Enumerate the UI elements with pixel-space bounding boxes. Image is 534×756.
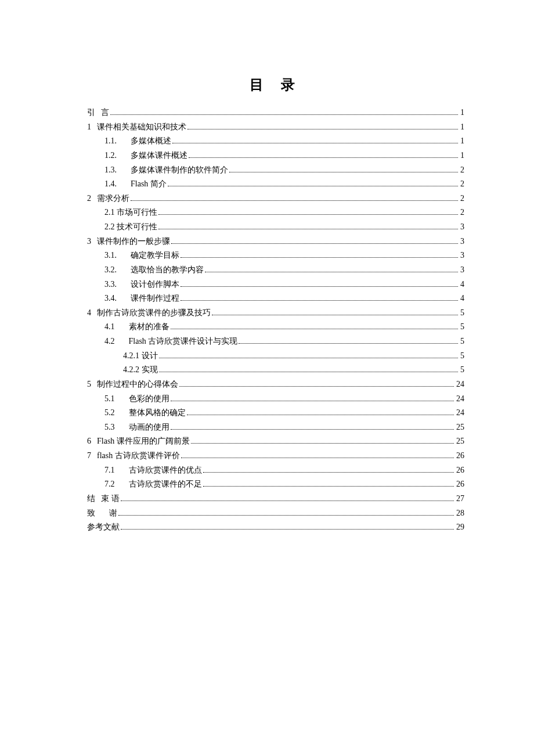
toc-title: 目 录: [87, 75, 464, 94]
document-page: 目 录 引言11课件相关基础知识和技术11.1.多媒体概述11.2.多媒体课件概…: [0, 0, 534, 756]
toc-entry-label: 色彩的使用: [129, 392, 169, 406]
toc-entry-page: 4: [460, 291, 464, 306]
toc-entry-number: 2: [87, 192, 91, 206]
toc-entry: 2.2 技术可行性3: [87, 220, 464, 235]
toc-entry-number: 7.1: [104, 463, 115, 478]
toc-entry-page: 3: [460, 220, 464, 235]
toc-entry: 3.4.课件制作过程4: [87, 291, 464, 306]
toc-entry-page: 2: [460, 206, 464, 220]
toc-entry-number: 5: [87, 377, 91, 392]
toc-entry-page: 1: [460, 106, 464, 120]
toc-entry-label: 整体风格的确定: [129, 406, 186, 420]
toc-entry: 5.1色彩的使用24: [87, 392, 464, 406]
toc-entry-number: 6: [87, 434, 91, 449]
toc-leader: [121, 501, 454, 501]
toc-entry-number: 7: [87, 449, 91, 463]
toc-entry: 7.2古诗欣赏课件的不足26: [87, 477, 464, 492]
toc-entry-label: 4.2.2 实现: [123, 363, 158, 377]
toc-entry-page: 2: [460, 192, 464, 206]
toc-entry-number: 4.1: [104, 320, 115, 334]
toc-entry-page: 26: [456, 463, 464, 478]
toc-entry-label: 制作过程中的心得体会: [97, 377, 178, 392]
toc-entry-label: 多媒体课件概述: [131, 149, 187, 163]
toc-leader: [189, 157, 458, 158]
toc-entry-page: 3: [460, 235, 464, 249]
toc-entry-page: 24: [456, 406, 464, 420]
toc-entry: 2需求分析2: [87, 192, 464, 206]
toc-entry-number: 5.2: [104, 406, 115, 420]
toc-leader: [187, 129, 458, 129]
toc-entry-page: 25: [456, 434, 464, 449]
toc-leader: [181, 458, 454, 458]
toc-entry-page: 29: [456, 520, 464, 535]
toc-entry-label: 4.2.1 设计: [123, 349, 158, 363]
toc-entry: 1.2.多媒体课件概述1: [87, 149, 464, 163]
toc-entry-label: 古诗欣赏课件的不足: [129, 477, 202, 492]
toc-entry-page: 27: [456, 492, 464, 506]
toc-leader: [187, 415, 454, 415]
toc-entry: 4.1素材的准备5: [87, 320, 464, 334]
toc-leader: [239, 343, 458, 344]
toc-entry: 1.1.多媒体概述1: [87, 134, 464, 149]
toc-entry-page: 26: [456, 449, 464, 463]
toc-entry-number: 3.2.: [104, 263, 117, 278]
toc-leader: [121, 529, 454, 530]
toc-entry-page: 3: [460, 249, 464, 263]
toc-entry-page: 26: [456, 477, 464, 492]
toc-entry: 3课件制作的一般步骤3: [87, 235, 464, 249]
toc-entry-label: 课件相关基础知识和技术: [97, 120, 186, 135]
toc-entry: 3.3.设计创作脚本4: [87, 278, 464, 292]
toc-entry-page: 1: [460, 120, 464, 135]
toc-entry: 1.3.多媒体课件制作的软件简介2: [87, 163, 464, 178]
toc-leader: [181, 300, 458, 301]
toc-entry-label: 谢: [109, 506, 117, 521]
toc-entry: 5制作过程中的心得体会24: [87, 377, 464, 392]
toc-entry: 4.2.2 实现5: [87, 363, 464, 377]
toc-entry-number: 3.4.: [104, 291, 117, 306]
toc-entry-page: 5: [460, 363, 464, 377]
toc-entry-number: 5.3: [104, 420, 115, 435]
toc-entry: 2.1 市场可行性2: [87, 206, 464, 220]
toc-entry-label: 多媒体概述: [131, 134, 171, 149]
toc-leader: [118, 515, 454, 516]
toc-entry: 7.1古诗欣赏课件的优点26: [87, 463, 464, 478]
toc-entry: 引言1: [87, 106, 464, 120]
toc-leader: [158, 229, 458, 229]
toc-leader: [229, 172, 458, 172]
toc-leader: [158, 214, 458, 215]
toc-leader: [181, 257, 458, 258]
toc-entry-label: Flash 简介: [131, 177, 167, 192]
toc-entry-label: 确定教学目标: [131, 249, 179, 263]
toc-leader: [172, 143, 458, 143]
toc-entry-number: 7.2: [104, 477, 115, 492]
toc-entry-number: 引: [87, 106, 95, 120]
toc-entry-number: 3.1.: [104, 249, 117, 263]
toc-entry: 3.2.选取恰当的教学内容3: [87, 263, 464, 278]
toc-entry-page: 5: [460, 349, 464, 363]
toc-leader: [181, 286, 458, 287]
toc-entry-number: 1: [87, 120, 91, 135]
toc-entry-page: 24: [456, 392, 464, 406]
toc-entry-page: 2: [460, 177, 464, 192]
toc-entry-page: 2: [460, 163, 464, 178]
toc-entry-number: 3: [87, 235, 91, 249]
toc-entry: 致谢28: [87, 506, 464, 521]
toc-leader: [191, 443, 454, 444]
toc-entry-label: 言: [101, 106, 109, 120]
toc-entry-page: 1: [460, 149, 464, 163]
toc-entry-number: 1.4.: [104, 177, 117, 192]
toc-leader: [171, 401, 454, 401]
toc-list: 引言11课件相关基础知识和技术11.1.多媒体概述11.2.多媒体课件概述11.…: [87, 106, 464, 535]
toc-leader: [179, 386, 454, 387]
toc-entry-page: 25: [456, 420, 464, 435]
toc-entry: 4.2Flash 古诗欣赏课件设计与实现5: [87, 334, 464, 349]
toc-entry-number: 致: [87, 506, 95, 521]
toc-entry-number: 结: [87, 492, 95, 506]
toc-entry-page: 28: [456, 506, 464, 521]
toc-entry-label: 参考文献: [87, 520, 120, 535]
toc-entry-label: 课件制作过程: [131, 291, 179, 306]
toc-entry-number: 5.1: [104, 392, 115, 406]
toc-entry-page: 4: [460, 278, 464, 292]
toc-leader: [168, 186, 458, 186]
toc-entry: 6Flash 课件应用的广阔前景25: [87, 434, 464, 449]
